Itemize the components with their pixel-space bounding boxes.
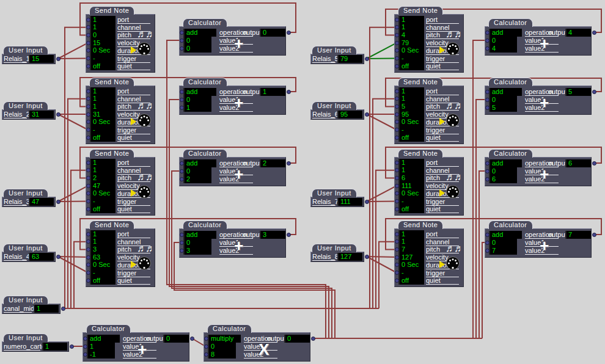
- field-pitch[interactable]: 5: [398, 103, 424, 111]
- patch-cable[interactable]: [58, 59, 88, 59]
- field-operation[interactable]: add: [489, 88, 522, 96]
- field-channel[interactable]: 1: [398, 238, 424, 246]
- field-output[interactable]: 6: [565, 159, 591, 167]
- field-pitch[interactable]: 2: [90, 174, 116, 182]
- field-trigger[interactable]: -: [398, 197, 424, 205]
- input-connector-port[interactable]: [395, 232, 399, 236]
- field-trigger[interactable]: -: [90, 54, 116, 62]
- input-connector-quiet[interactable]: [395, 136, 399, 140]
- input-connector-operation[interactable]: [485, 90, 490, 94]
- input-connector-quiet[interactable]: [86, 278, 90, 283]
- field-value2[interactable]: 1: [183, 104, 211, 112]
- patch-canvas[interactable]: Send Note1port1channel0pitch15velocity0 …: [0, 0, 605, 364]
- output-connector[interactable]: [365, 57, 369, 61]
- field-value2[interactable]: 7: [489, 247, 517, 255]
- field-output[interactable]: 5: [565, 88, 591, 96]
- input-connector-pitch[interactable]: [86, 176, 90, 180]
- calculator-tab[interactable]: Calculator: [183, 149, 227, 158]
- input-connector-value2[interactable]: [180, 177, 184, 181]
- output-connector[interactable]: [311, 337, 315, 341]
- input-connector-value1[interactable]: [485, 98, 490, 102]
- input-connector-pitch[interactable]: [395, 247, 399, 252]
- input-connector-quiet[interactable]: [395, 207, 399, 211]
- input-connector-value1[interactable]: [180, 169, 184, 173]
- patch-cable[interactable]: [367, 114, 397, 130]
- output-connector[interactable]: [190, 337, 194, 341]
- field-value2[interactable]: 8: [208, 351, 236, 359]
- input-connector-trigger[interactable]: [395, 271, 399, 275]
- field-operation[interactable]: multiply: [208, 335, 241, 343]
- user-input-tab[interactable]: User Input: [3, 296, 48, 304]
- field-operation[interactable]: add: [183, 88, 216, 96]
- user-input-value[interactable]: 1: [34, 305, 59, 313]
- calculator-tab[interactable]: Calculator: [488, 78, 533, 86]
- user-input-tab[interactable]: User Input: [312, 101, 357, 110]
- patch-cable[interactable]: [367, 43, 397, 59]
- input-connector-value2[interactable]: [485, 177, 490, 181]
- input-connector-port[interactable]: [395, 161, 399, 165]
- input-connector-velocity[interactable]: [86, 112, 90, 117]
- input-connector-port[interactable]: [86, 161, 90, 165]
- field-value1[interactable]: 0: [489, 96, 517, 104]
- calculator-tab[interactable]: Calculator: [207, 324, 252, 333]
- input-connector-operation[interactable]: [180, 90, 184, 94]
- input-connector-trigger[interactable]: [86, 56, 90, 60]
- output-connector[interactable]: [287, 31, 291, 35]
- field-port[interactable]: 1: [398, 230, 424, 238]
- user-input-value[interactable]: 79: [337, 55, 362, 63]
- input-connector-velocity[interactable]: [86, 184, 90, 188]
- input-connector-quiet[interactable]: [86, 64, 90, 68]
- input-connector-trigger[interactable]: [395, 128, 399, 132]
- field-channel[interactable]: 1: [398, 23, 424, 31]
- field-operation[interactable]: add: [489, 231, 522, 239]
- field-duration[interactable]: 0 Sec: [90, 189, 116, 197]
- patch-cable[interactable]: [58, 186, 88, 202]
- input-connector-value1[interactable]: [485, 38, 490, 43]
- input-connector-quiet[interactable]: [86, 207, 90, 211]
- output-connector[interactable]: [61, 307, 65, 311]
- input-connector-port[interactable]: [86, 18, 90, 22]
- input-connector-quiet[interactable]: [395, 64, 399, 68]
- send-note-tab[interactable]: Send Note: [89, 149, 134, 158]
- field-value2[interactable]: 6: [489, 175, 517, 183]
- field-duration[interactable]: 0 Sec: [398, 261, 424, 269]
- output-connector[interactable]: [592, 233, 596, 237]
- input-connector-velocity[interactable]: [86, 41, 90, 45]
- field-port[interactable]: 1: [90, 159, 116, 167]
- input-connector-value1[interactable]: [180, 98, 184, 102]
- input-connector-value2[interactable]: [485, 106, 490, 110]
- field-value2[interactable]: 4: [489, 45, 517, 53]
- field-value1[interactable]: 0: [183, 37, 211, 45]
- send-note-tab[interactable]: Send Note: [89, 6, 134, 15]
- input-connector-velocity[interactable]: [395, 255, 399, 260]
- input-connector-value1[interactable]: [485, 169, 490, 173]
- field-operation[interactable]: add: [183, 29, 216, 37]
- input-connector-value2[interactable]: [204, 352, 208, 357]
- output-connector[interactable]: [592, 161, 596, 166]
- patch-cable[interactable]: [367, 186, 397, 202]
- field-duration[interactable]: 0 Sec: [90, 46, 116, 54]
- user-input-value[interactable]: 47: [29, 198, 54, 206]
- field-duration[interactable]: 0 Sec: [90, 118, 116, 126]
- input-connector-trigger[interactable]: [395, 56, 399, 60]
- field-value1[interactable]: 0: [183, 96, 211, 104]
- patch-cable[interactable]: [58, 114, 88, 130]
- field-value2[interactable]: -1: [87, 351, 115, 359]
- field-operation[interactable]: add: [183, 231, 216, 239]
- send-note-tab[interactable]: Send Note: [398, 149, 443, 158]
- field-value1[interactable]: 1: [87, 343, 115, 351]
- input-connector-trigger[interactable]: [86, 199, 90, 203]
- patch-cable[interactable]: [367, 257, 397, 273]
- input-connector-quiet[interactable]: [395, 278, 399, 283]
- field-pitch[interactable]: 3: [90, 246, 116, 253]
- output-connector[interactable]: [70, 344, 74, 349]
- field-quiet[interactable]: off: [398, 205, 424, 213]
- calculator-tab[interactable]: Calculator: [183, 78, 227, 86]
- field-quiet[interactable]: off: [398, 62, 424, 70]
- user-input-tab[interactable]: User Input: [3, 189, 48, 197]
- user-input-tab[interactable]: User Input: [312, 46, 357, 54]
- field-output[interactable]: 3: [260, 231, 285, 239]
- input-connector-trigger[interactable]: [86, 271, 90, 275]
- field-velocity[interactable]: 47: [90, 182, 116, 190]
- calculator-tab[interactable]: Calculator: [183, 18, 227, 27]
